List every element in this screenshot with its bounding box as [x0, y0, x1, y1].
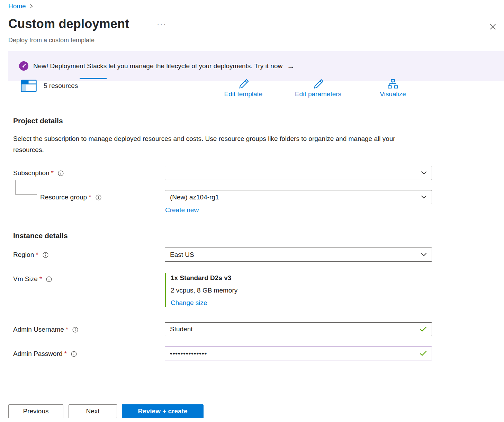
project-details-description: Select the subscription to manage deploy… — [13, 133, 411, 155]
region-dropdown[interactable]: East US — [165, 248, 432, 262]
edit-template-button[interactable]: Edit template — [217, 79, 269, 98]
vm-size-specs: 2 vcpus, 8 GB memory — [171, 287, 237, 294]
resources-count-label: 5 resources — [44, 82, 78, 90]
info-icon[interactable] — [43, 252, 48, 258]
info-icon[interactable] — [46, 276, 52, 282]
field-tree-connector — [15, 180, 37, 195]
create-new-link[interactable]: Create new — [165, 206, 199, 214]
chevron-down-icon — [421, 195, 427, 199]
banner-arrow-icon[interactable]: → — [287, 62, 295, 70]
admin-password-label-text: Admin Password — [13, 350, 63, 358]
subscription-label: Subscription * — [13, 169, 64, 177]
change-size-link[interactable]: Change size — [171, 299, 207, 307]
pencil-icon — [312, 79, 324, 89]
info-icon[interactable] — [96, 195, 101, 200]
vm-size-label-text: Vm Size — [13, 275, 38, 283]
close-icon[interactable] — [488, 22, 498, 32]
resource-group-value: (New) az104-rg1 — [170, 194, 418, 201]
subscription-label-text: Subscription — [13, 169, 50, 177]
breadcrumb-chevron-icon — [29, 4, 33, 9]
template-link-fragment — [80, 78, 107, 79]
org-chart-icon — [388, 79, 398, 89]
page-subtitle: Deploy from a custom template — [8, 37, 94, 44]
required-asterisk: * — [64, 350, 67, 358]
breadcrumb-home-link[interactable]: Home — [8, 2, 26, 10]
resource-group-label: Resource group * — [40, 194, 101, 201]
visualize-button[interactable]: Visualize — [373, 79, 413, 98]
admin-username-field-wrap — [165, 322, 432, 336]
resource-group-label-text: Resource group — [40, 194, 87, 201]
chevron-down-icon — [421, 171, 427, 175]
subscription-dropdown[interactable] — [165, 166, 432, 180]
admin-password-label: Admin Password * — [13, 350, 77, 358]
info-icon[interactable] — [71, 351, 77, 357]
required-asterisk: * — [51, 169, 54, 177]
admin-password-input[interactable] — [170, 350, 417, 357]
next-button[interactable]: Next — [69, 404, 117, 418]
admin-username-input[interactable] — [170, 325, 417, 333]
region-label-text: Region — [13, 251, 34, 259]
valid-check-icon — [420, 326, 427, 332]
review-create-button[interactable]: Review + create — [122, 404, 204, 418]
required-asterisk: * — [89, 194, 91, 201]
banner-message: New! Deployment Stacks let you manage th… — [33, 62, 282, 70]
vm-size-label: Vm Size * — [13, 275, 52, 283]
admin-password-field-wrap — [165, 347, 432, 360]
required-asterisk: * — [39, 275, 42, 283]
more-options-button[interactable]: ··· — [157, 20, 166, 29]
edit-parameters-button[interactable]: Edit parameters — [290, 79, 346, 98]
chevron-down-icon — [421, 253, 427, 257]
template-icon — [21, 80, 37, 92]
valid-check-icon — [420, 351, 427, 356]
pencil-icon — [237, 79, 249, 89]
instance-details-heading: Instance details — [13, 232, 68, 240]
vm-size-value: 1x Standard D2s v3 — [171, 274, 237, 282]
vm-size-summary: 1x Standard D2s v3 2 vcpus, 8 GB memory … — [165, 273, 237, 307]
project-details-heading: Project details — [13, 117, 63, 125]
admin-username-label: Admin Username * — [13, 326, 78, 333]
edit-parameters-label: Edit parameters — [295, 90, 341, 98]
rocket-icon — [19, 61, 28, 71]
required-asterisk: * — [66, 326, 68, 333]
info-icon[interactable] — [58, 170, 64, 176]
custom-deployment-page: Home Custom deployment ··· Deploy from a… — [0, 0, 504, 422]
resource-group-dropdown[interactable]: (New) az104-rg1 — [165, 190, 432, 204]
breadcrumb: Home — [8, 2, 33, 10]
previous-button[interactable]: Previous — [8, 404, 63, 418]
required-asterisk: * — [36, 251, 38, 259]
page-title: Custom deployment — [8, 17, 129, 31]
visualize-label: Visualize — [380, 90, 406, 98]
admin-username-label-text: Admin Username — [13, 326, 64, 333]
region-value: East US — [170, 251, 418, 259]
deployment-stacks-banner[interactable]: New! Deployment Stacks let you manage th… — [8, 51, 504, 81]
template-summary: 5 resources — [21, 80, 78, 92]
region-label: Region * — [13, 251, 48, 259]
info-icon[interactable] — [72, 327, 78, 333]
edit-template-label: Edit template — [224, 90, 263, 98]
